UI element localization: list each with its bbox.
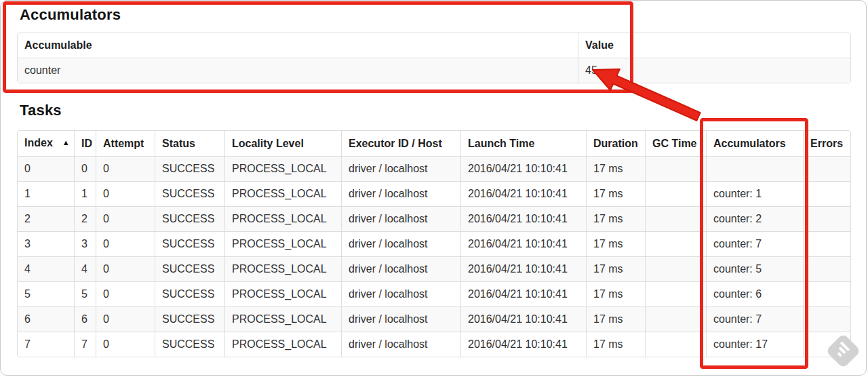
task-cell-errors (803, 281, 850, 306)
task-cell-launch_time: 2016/04/21 10:10:41 (460, 206, 586, 231)
watermark-stroke (837, 352, 843, 357)
column-header-label: ID (81, 138, 92, 149)
task-cell-gc_time (645, 206, 706, 231)
task-cell-status: SUCCESS (155, 206, 224, 231)
column-header-errors[interactable]: Errors (803, 131, 850, 156)
accumulators-section-title: Accumulators (20, 7, 121, 23)
task-cell-accumulators: counter: 1 (706, 181, 803, 206)
column-header-label: Errors (810, 138, 843, 149)
task-cell-status: SUCCESS (155, 281, 224, 306)
column-header-duration[interactable]: Duration (586, 131, 645, 156)
column-header-launch_time[interactable]: Launch Time (460, 131, 586, 156)
task-cell-gc_time (645, 306, 706, 332)
task-row: 110SUCCESSPROCESS_LOCALdriver / localhos… (18, 181, 850, 206)
task-cell-index: 0 (18, 156, 74, 181)
task-cell-errors (803, 156, 850, 181)
sort-ascending-icon: ▲ (62, 138, 70, 146)
task-cell-gc_time (645, 231, 706, 256)
column-header-label: Index (24, 137, 53, 148)
task-cell-id: 2 (74, 206, 96, 231)
task-cell-duration: 17 ms (586, 256, 645, 281)
column-header-executor_id_host[interactable]: Executor ID / Host (341, 131, 460, 156)
task-row: 330SUCCESSPROCESS_LOCALdriver / localhos… (18, 231, 850, 256)
task-cell-status: SUCCESS (155, 231, 224, 256)
column-header-locality_level[interactable]: Locality Level (224, 131, 341, 156)
task-cell-launch_time: 2016/04/21 10:10:41 (460, 332, 586, 357)
task-cell-errors (803, 181, 850, 206)
column-header-label: Executor ID / Host (349, 138, 442, 149)
task-cell-attempt: 0 (96, 206, 155, 231)
column-header-index[interactable]: Index▲ (18, 131, 74, 156)
column-header-label: Accumulators (713, 138, 786, 149)
task-cell-launch_time: 2016/04/21 10:10:41 (460, 256, 586, 281)
task-cell-id: 4 (74, 256, 96, 281)
task-cell-locality_level: PROCESS_LOCAL (224, 332, 341, 357)
task-cell-status: SUCCESS (155, 332, 224, 357)
tasks-table-header-row: Index▲IDAttemptStatusLocality LevelExecu… (18, 131, 850, 156)
column-header-gc_time[interactable]: GC Time (645, 131, 706, 156)
task-cell-index: 5 (18, 281, 74, 306)
task-cell-launch_time: 2016/04/21 10:10:41 (460, 306, 586, 332)
task-cell-accumulators: counter: 6 (706, 281, 803, 306)
task-cell-index: 6 (18, 306, 74, 332)
column-header-attempt[interactable]: Attempt (96, 131, 155, 156)
task-cell-locality_level: PROCESS_LOCAL (224, 256, 341, 281)
task-cell-launch_time: 2016/04/21 10:10:41 (460, 156, 586, 181)
task-cell-locality_level: PROCESS_LOCAL (224, 206, 341, 231)
task-cell-attempt: 0 (96, 281, 155, 306)
task-cell-executor_id_host: driver / localhost (341, 206, 460, 231)
task-cell-accumulators: counter: 17 (706, 332, 803, 357)
column-header-label: Duration (593, 138, 638, 149)
task-cell-gc_time (645, 281, 706, 306)
task-cell-id: 5 (74, 281, 96, 306)
tasks-section-title: Tasks (20, 102, 62, 119)
task-cell-attempt: 0 (96, 156, 155, 181)
accumulator-row: counter 45 (18, 58, 850, 83)
accumulable-value-cell: 45 (578, 58, 850, 83)
task-cell-accumulators: counter: 2 (706, 206, 803, 231)
task-row: 550SUCCESSPROCESS_LOCALdriver / localhos… (18, 281, 850, 306)
task-cell-locality_level: PROCESS_LOCAL (224, 306, 341, 332)
task-cell-duration: 17 ms (586, 306, 645, 332)
task-cell-index: 7 (18, 332, 74, 357)
task-cell-executor_id_host: driver / localhost (341, 156, 460, 181)
task-cell-attempt: 0 (96, 306, 155, 332)
column-header-label: Attempt (103, 138, 144, 149)
task-cell-locality_level: PROCESS_LOCAL (224, 181, 341, 206)
task-cell-executor_id_host: driver / localhost (341, 181, 460, 206)
task-cell-status: SUCCESS (155, 306, 224, 332)
column-header-status[interactable]: Status (155, 131, 224, 156)
task-cell-locality_level: PROCESS_LOCAL (224, 281, 341, 306)
column-header-accumulable[interactable]: Accumulable (18, 33, 578, 58)
task-cell-errors (803, 306, 850, 332)
task-cell-duration: 17 ms (586, 231, 645, 256)
spark-ui-stage-page: Accumulators Accumulable Value counter 4… (0, 0, 867, 376)
task-cell-id: 6 (74, 306, 96, 332)
column-header-value[interactable]: Value (578, 33, 850, 58)
task-cell-index: 2 (18, 206, 74, 231)
task-cell-executor_id_host: driver / localhost (341, 281, 460, 306)
column-header-id[interactable]: ID (74, 131, 96, 156)
task-cell-executor_id_host: driver / localhost (341, 306, 460, 332)
task-cell-accumulators: counter: 5 (706, 256, 803, 281)
task-row: 000SUCCESSPROCESS_LOCALdriver / localhos… (18, 156, 850, 181)
column-header-accumulators[interactable]: Accumulators (706, 131, 803, 156)
task-cell-status: SUCCESS (155, 181, 224, 206)
task-row: 770SUCCESSPROCESS_LOCALdriver / localhos… (18, 332, 850, 357)
task-cell-errors (803, 206, 850, 231)
task-cell-executor_id_host: driver / localhost (341, 231, 460, 256)
task-cell-status: SUCCESS (155, 256, 224, 281)
task-cell-id: 7 (74, 332, 96, 357)
task-cell-launch_time: 2016/04/21 10:10:41 (460, 231, 586, 256)
accumulators-table: Accumulable Value counter 45 (17, 33, 851, 83)
task-cell-errors (803, 231, 850, 256)
task-cell-index: 4 (18, 256, 74, 281)
task-cell-errors (803, 256, 850, 281)
task-cell-id: 1 (74, 181, 96, 206)
task-cell-accumulators: counter: 7 (706, 231, 803, 256)
column-header-label: Launch Time (468, 138, 534, 149)
task-cell-duration: 17 ms (586, 206, 645, 231)
task-row: 220SUCCESSPROCESS_LOCALdriver / localhos… (18, 206, 850, 231)
task-cell-attempt: 0 (96, 231, 155, 256)
tasks-table: Index▲IDAttemptStatusLocality LevelExecu… (17, 130, 851, 357)
